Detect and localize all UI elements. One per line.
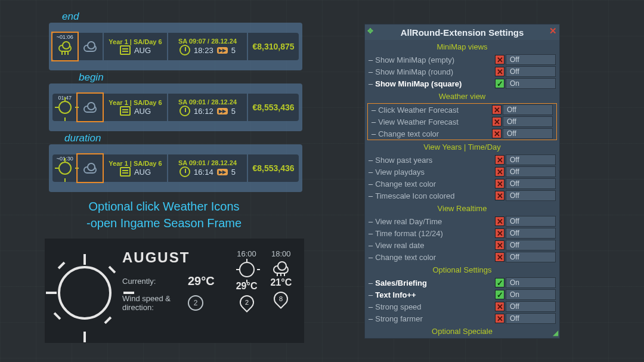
setting-state[interactable]: Off	[506, 228, 556, 239]
setting-state[interactable]: Off	[506, 54, 556, 65]
forecast-temp: 21°C	[270, 277, 292, 288]
sun-icon	[239, 262, 255, 277]
calendar-icon	[120, 106, 131, 116]
checkbox[interactable]: ✕	[495, 67, 504, 76]
checkbox[interactable]: ✓	[495, 79, 504, 88]
time-segment: SA 09:01 / 28.12.2416:14▶▶5	[168, 154, 247, 182]
checkbox[interactable]: ✕	[495, 252, 504, 262]
section-highlight-box: –Click Weather Forecast✕Off–View Weather…	[367, 103, 557, 140]
checkbox[interactable]: ✓	[495, 290, 504, 299]
hud-label: begin	[79, 72, 104, 83]
setting-row: –Show MiniMap (square)✓On	[365, 78, 559, 89]
setting-state[interactable]: On	[506, 289, 556, 300]
date-segment: Year 1 | SA/Day 6AUG	[104, 33, 167, 60]
forecast: 16:0029°C218:0021°C8	[236, 249, 292, 332]
weather-time: ~01:06	[57, 34, 73, 40]
setting-row: –Change text color✕Off	[365, 178, 559, 190]
setting-state[interactable]: On	[506, 277, 556, 288]
checkbox[interactable]: ✕	[492, 117, 501, 126]
checkbox[interactable]: ✕	[495, 302, 504, 311]
setting-state[interactable]: Off	[506, 301, 556, 312]
hud-label: duration	[64, 132, 101, 144]
setting-row: –Show MiniMap (empty)✕Off	[365, 54, 559, 66]
resize-handle-icon[interactable]: ◢	[553, 329, 558, 337]
checkbox[interactable]: ✕	[495, 240, 504, 250]
checkbox[interactable]: ✕	[495, 228, 504, 238]
forecast-time: 18:00	[271, 249, 291, 258]
sun-icon[interactable]	[58, 101, 72, 114]
setting-row: –View Weather Forecast✕Off	[368, 116, 556, 128]
setting-label: Change text color	[375, 180, 495, 188]
section-title: Weather view	[365, 89, 559, 103]
setting-row: –Timescale Icon colored✕Off	[365, 190, 559, 202]
setting-label: Show past years	[375, 156, 495, 165]
setting-state[interactable]: Off	[506, 240, 556, 250]
setting-state[interactable]: Off	[506, 178, 556, 189]
setting-label: View real Day/Time	[375, 217, 495, 226]
fast-forward-icon[interactable]: ▶▶	[217, 108, 228, 115]
close-icon[interactable]: ✕	[549, 26, 557, 36]
forecast-temp: 29°C	[236, 281, 258, 292]
time-segment: SA 09:07 / 28.12.2418:23▶▶5	[168, 33, 247, 60]
cloud-icon[interactable]	[83, 106, 97, 113]
setting-row: –Change text color✕Off	[365, 251, 559, 263]
hud-bar: duration~01:30Year 1 | SA/Day 6AUGSA 09:…	[49, 144, 302, 192]
setting-label: Change text color	[378, 129, 492, 138]
setting-state[interactable]: Off	[506, 154, 556, 165]
checkbox[interactable]: ✕	[495, 55, 504, 64]
money-segment: €8,553,436	[248, 94, 299, 121]
checkbox[interactable]: ✕	[495, 179, 504, 188]
pin-icon: 8	[271, 289, 291, 309]
setting-label: Timescale Icon colored	[375, 191, 495, 200]
weather-segment[interactable]: ~01:30	[52, 154, 103, 182]
setting-state[interactable]: Off	[506, 190, 556, 201]
sun-icon[interactable]	[58, 162, 72, 175]
cloud-icon[interactable]	[83, 166, 97, 174]
calendar-icon	[120, 167, 131, 177]
rain-icon[interactable]	[58, 45, 72, 52]
setting-label: Time format (12/24)	[375, 229, 495, 238]
section-title: Optional Speciale	[365, 324, 559, 338]
setting-state[interactable]: Off	[506, 313, 556, 324]
setting-label: View Weather Forecast	[378, 117, 492, 126]
fast-forward-icon[interactable]: ▶▶	[217, 47, 228, 54]
hud-bar: end~01:06Year 1 | SA/Day 6AUGSA 09:07 / …	[49, 23, 302, 70]
checkbox[interactable]: ✕	[495, 216, 504, 226]
section-title: MiniMap views	[365, 40, 559, 54]
weather-segment[interactable]: 01:47	[52, 94, 103, 121]
setting-label: Change text color	[375, 253, 495, 262]
setting-row: –Strong farmer✕Off	[365, 313, 559, 324]
setting-state[interactable]: Off	[506, 252, 556, 262]
clock-icon	[179, 106, 190, 116]
setting-state[interactable]: Off	[503, 116, 553, 127]
checkbox[interactable]: ✕	[492, 129, 501, 138]
checkbox[interactable]: ✕	[495, 314, 504, 323]
setting-state[interactable]: Off	[506, 66, 556, 77]
checkbox[interactable]: ✕	[492, 105, 501, 115]
checkbox[interactable]: ✕	[495, 155, 504, 165]
caption: Optional click Weather Icons -open Ingam…	[86, 198, 242, 231]
setting-state[interactable]: Off	[503, 104, 553, 115]
setting-row: –Text Info++✓On	[365, 289, 559, 301]
section-title: View Realtime	[365, 202, 559, 215]
cloud-icon[interactable]	[83, 45, 97, 52]
setting-row: –View real Day/Time✕Off	[365, 215, 559, 227]
setting-state[interactable]: Off	[503, 128, 553, 139]
hud-label: end	[62, 11, 79, 23]
setting-row: –Sales/Briefing✓On	[365, 277, 559, 289]
checkbox[interactable]: ✕	[495, 191, 504, 200]
fast-forward-icon[interactable]: ▶▶	[217, 169, 228, 175]
setting-label: Show MiniMap (round)	[375, 67, 495, 76]
checkbox[interactable]: ✓	[495, 278, 504, 287]
clock-icon	[179, 45, 190, 55]
setting-state[interactable]: Off	[506, 216, 556, 227]
currently-label: Currently:	[122, 277, 188, 286]
setting-state[interactable]: On	[506, 78, 556, 89]
weather-segment[interactable]: ~01:06	[52, 33, 103, 60]
move-handle-icon[interactable]: ✥	[367, 27, 373, 35]
section-title: View Years | Time/Day	[365, 140, 559, 154]
setting-label: Show MiniMap (square)	[375, 79, 495, 88]
setting-state[interactable]: Off	[506, 166, 556, 177]
checkbox[interactable]: ✕	[495, 167, 504, 177]
setting-row: –Change text color✕Off	[368, 128, 556, 140]
